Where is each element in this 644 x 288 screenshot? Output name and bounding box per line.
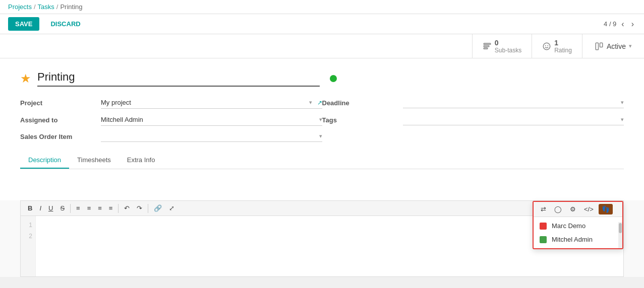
popup-list: Marc Demo Mitchel Admin [534,217,622,248]
breadcrumb-projects[interactable]: Projects [8,3,32,11]
sep3 [148,204,148,213]
active-dropdown-arrow: ▾ [629,43,632,49]
tags-dropdown-arrow: ▾ [621,116,624,123]
top-bar: Projects / Tasks / Printing [0,0,644,14]
svg-rect-1 [484,45,489,46]
sales-order-label: Sales Order Item [20,133,101,140]
save-button[interactable]: SAVE [8,17,39,31]
italic-button[interactable]: I [36,203,44,213]
line-1: 1 [24,220,32,231]
tab-description[interactable]: Description [20,152,69,169]
link-button[interactable]: 🔗 [151,203,165,213]
svg-rect-0 [484,43,491,44]
popup-scrollbar[interactable] [618,222,622,248]
rating-count: 1 [554,39,572,47]
underline-button[interactable]: U [45,203,56,213]
pagination-prev[interactable]: ‹ [619,20,626,29]
align-right-button[interactable]: ≡ [106,203,116,213]
subtasks-status[interactable]: 0 Sub-tasks [472,34,532,58]
rating-label: Rating [554,47,572,54]
rating-icon [542,42,551,51]
bold-button[interactable]: B [25,203,35,213]
pagination: 4 / 9 ‹ › [604,20,636,29]
mitchel-color-dot [540,236,547,243]
svg-rect-2 [484,48,488,49]
fullscreen-button[interactable]: ⤢ [166,203,178,213]
popup-item-mitchel[interactable]: Mitchel Admin [534,233,622,246]
status-bar: 0 Sub-tasks 1 Rating Active [0,34,644,58]
breadcrumb-tasks[interactable]: Tasks [38,3,54,11]
popup-transfer-btn[interactable]: ⇄ [538,204,549,214]
sep1 [70,204,71,213]
active-icon [595,42,604,51]
active-status[interactable]: Active ▾ [582,34,644,58]
project-field[interactable]: My project ▾ ↗ [101,97,322,109]
svg-point-3 [543,43,550,50]
tab-timesheets[interactable]: Timesheets [69,152,119,169]
project-value: My project [101,99,131,106]
project-dropdown-arrow: ▾ [309,99,312,106]
mitchel-name: Mitchel Admin [552,236,593,243]
star-icon[interactable]: ★ [20,71,31,86]
deadline-field[interactable]: ▾ [403,97,624,108]
tab-extra-info[interactable]: Extra Info [119,152,163,169]
pagination-next[interactable]: › [629,20,636,29]
sales-order-field[interactable]: ▾ [101,131,322,142]
svg-rect-7 [600,43,602,47]
tags-field[interactable]: ▾ [403,114,624,125]
assigned-to-field[interactable]: Mitchell Admin ▾ [101,114,322,126]
strikethrough-button[interactable]: S [57,203,68,213]
project-external-link[interactable]: ↗ [317,99,322,106]
active-label: Active [607,42,626,50]
tabs-row: Description Timesheets Extra Info [20,152,624,169]
popup-code-btn[interactable]: </> [581,204,597,214]
main-content: 0 Sub-tasks 1 Rating Active [0,34,644,277]
popup-item-marc[interactable]: Marc Demo [534,219,622,233]
subtasks-label: Sub-tasks [495,47,521,54]
project-label: Project [20,99,101,107]
popup-scrollbar-thumb [619,223,622,233]
line-numbers: 1 2 [21,216,36,276]
breadcrumb: Projects / Tasks / Printing [8,3,83,11]
assigned-to-dropdown-arrow: ▾ [319,116,322,123]
status-dot [330,75,337,82]
pagination-display: 4 / 9 [604,20,616,28]
sep2 [118,204,119,213]
marc-name: Marc Demo [552,222,586,230]
rating-status[interactable]: 1 Rating [532,34,582,58]
action-bar: SAVE DISCARD 4 / 9 ‹ › [0,14,644,34]
assigned-to-label: Assigned to [20,116,101,124]
popup-gear-btn[interactable]: ⚙ [567,204,579,214]
popup-clock-btn[interactable]: ◯ [551,204,565,214]
fields-grid: Project My project ▾ ↗ Deadline ▾ Assign… [20,97,624,142]
form-area: ★ Project My project ▾ ↗ Deadline ▾ Assi… [0,58,644,200]
ordered-list-button[interactable]: ≡ [73,203,83,213]
svg-rect-6 [596,43,598,50]
floating-popup: ⇄ ◯ ⚙ </> 👣 Marc Demo Mitchel Admin [533,201,623,249]
task-title-input[interactable] [37,70,320,87]
popup-toolbar: ⇄ ◯ ⚙ </> 👣 [534,202,622,217]
breadcrumb-current: Printing [60,3,82,11]
popup-active-btn[interactable]: 👣 [599,204,613,214]
tags-label: Tags [322,116,403,124]
redo-button[interactable]: ↷ [134,203,145,213]
editor-area: B I U S ≡ ≡ ≡ ≡ ↶ ↷ 🔗 ⤢ 1 2 [20,200,624,277]
marc-color-dot [540,223,547,230]
action-bar-left: SAVE DISCARD [8,17,88,31]
align-left-button[interactable]: ≡ [95,203,105,213]
deadline-dropdown-arrow: ▾ [621,99,624,106]
title-row: ★ [20,70,624,87]
deadline-label: Deadline [322,99,403,107]
discard-button[interactable]: DISCARD [43,17,87,31]
assigned-to-value: Mitchell Admin [101,116,143,123]
undo-button[interactable]: ↶ [121,203,133,213]
editor-section: B I U S ≡ ≡ ≡ ≡ ↶ ↷ 🔗 ⤢ 1 2 [20,200,624,277]
line-2: 2 [24,231,32,242]
subtasks-icon [483,42,492,51]
subtasks-count: 0 [495,39,521,47]
sales-order-dropdown-arrow: ▾ [319,133,322,139]
unordered-list-button[interactable]: ≡ [84,203,94,213]
